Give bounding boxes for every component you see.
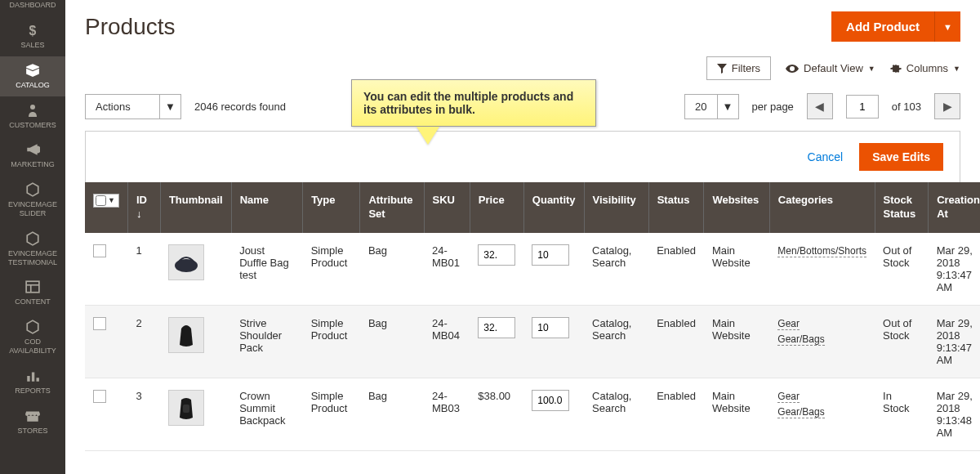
- nav-item-catalog[interactable]: CATALOG: [0, 56, 65, 96]
- category-link[interactable]: Gear: [777, 391, 800, 403]
- page-size-value: 20: [685, 95, 716, 118]
- col-header[interactable]: ID ↓: [127, 182, 160, 233]
- nav-item-label: DASHBOARD: [9, 1, 56, 10]
- cell-categories: GearGear/Bags: [769, 305, 875, 378]
- nav-item-evincemage-testimonial[interactable]: EVINCEMAGE TESTIMONIAL: [0, 225, 65, 274]
- col-header[interactable]: Categories: [769, 182, 875, 233]
- select-all-checkbox[interactable]: ▼: [93, 194, 119, 208]
- cell-created: Mar 29, 2018 9:13:47 AM: [929, 305, 980, 378]
- caret-down-icon: ▼: [717, 95, 738, 118]
- cell-stock: Out of Stock: [875, 233, 929, 306]
- per-page-label: per page: [752, 101, 794, 113]
- category-link[interactable]: Gear/Bags: [777, 406, 824, 418]
- col-header[interactable]: Status: [648, 182, 704, 233]
- cell-name: Strive Shoulder Pack: [231, 305, 303, 378]
- nav-item-sales[interactable]: $SALES: [0, 16, 65, 56]
- add-product-dropdown-toggle[interactable]: ▼: [934, 11, 960, 42]
- cell-created: Mar 29, 2018 9:13:48 AM: [929, 378, 980, 450]
- cell-sku: 24-MB04: [424, 305, 470, 378]
- nav-item-reports[interactable]: REPORTS: [0, 362, 65, 402]
- columns-label: Columns: [906, 62, 948, 74]
- qty-input[interactable]: [532, 244, 569, 266]
- current-page-input[interactable]: [846, 95, 879, 118]
- store-icon: [25, 409, 40, 425]
- next-page-button[interactable]: ▶: [934, 93, 960, 119]
- nav-item-label: CUSTOMERS: [9, 121, 56, 130]
- col-header[interactable]: Creation At: [929, 182, 980, 233]
- page-title: Products: [85, 14, 176, 40]
- page-size-select[interactable]: 20 ▼: [684, 94, 738, 119]
- hex-icon: [25, 231, 40, 248]
- qty-input[interactable]: [532, 390, 569, 411]
- cell-categories: GearGear/Bags: [769, 378, 875, 450]
- qty-input[interactable]: [532, 317, 569, 338]
- col-header[interactable]: Name: [231, 182, 303, 233]
- cell-price: $38.00: [470, 378, 523, 450]
- select-all-input[interactable]: [96, 195, 106, 206]
- category-link[interactable]: Men/Bottoms/Shorts: [777, 245, 866, 257]
- price-input[interactable]: [478, 244, 515, 266]
- help-tooltip-tail: [416, 127, 439, 145]
- bulk-actions-select[interactable]: Actions ▼: [85, 94, 181, 119]
- col-header[interactable]: ▼: [85, 182, 127, 233]
- cell-stock: Out of Stock: [875, 305, 929, 378]
- content: You can edit the multiple products and i…: [65, 50, 980, 474]
- bars-icon: [25, 369, 40, 385]
- save-edits-button[interactable]: Save Edits: [859, 143, 943, 171]
- cell-sku: 24-MB03: [424, 378, 470, 450]
- nav-item-customers[interactable]: CUSTOMERS: [0, 96, 65, 136]
- prev-page-button[interactable]: ◀: [807, 93, 833, 119]
- nav-item-stores[interactable]: STORES: [0, 402, 65, 442]
- price-input[interactable]: [478, 317, 515, 338]
- col-header[interactable]: Price: [470, 182, 523, 233]
- category-link[interactable]: Gear: [777, 318, 800, 330]
- col-header[interactable]: Attribute Set: [360, 182, 424, 233]
- cell-type: Simple Product: [303, 233, 360, 306]
- nav-item-label: MARKETING: [11, 160, 55, 169]
- nav-item-content[interactable]: CONTENT: [0, 273, 65, 313]
- nav-item-dashboard[interactable]: DASHBOARD: [0, 0, 65, 16]
- help-tooltip-text: You can edit the multiple products and i…: [351, 79, 596, 127]
- thumbnail: [168, 390, 204, 426]
- eye-icon: [786, 65, 799, 73]
- col-header[interactable]: Thumbnail: [160, 182, 231, 233]
- horn-icon: [25, 142, 40, 159]
- bulk-actions-label: Actions: [86, 95, 159, 118]
- columns-button[interactable]: Columns ▼: [890, 62, 960, 74]
- hex-icon: [25, 182, 40, 199]
- col-header[interactable]: Type: [303, 182, 360, 233]
- col-header[interactable]: Quantity: [523, 182, 584, 233]
- nav-item-label: EVINCEMAGE TESTIMONIAL: [2, 249, 64, 267]
- caret-down-icon: ▼: [868, 65, 875, 73]
- nav-item-label: EVINCEMAGE SLIDER: [2, 200, 64, 218]
- row-checkbox[interactable]: [93, 390, 106, 403]
- row-checkbox[interactable]: [93, 317, 106, 330]
- col-header[interactable]: SKU: [424, 182, 470, 233]
- category-link[interactable]: Gear/Bags: [777, 333, 824, 346]
- add-product-button[interactable]: Add Product: [831, 11, 934, 42]
- row-checkbox[interactable]: [93, 244, 106, 257]
- add-product-split-button: Add Product ▼: [831, 11, 960, 42]
- cancel-link[interactable]: Cancel: [808, 150, 844, 163]
- svg-rect-6: [32, 372, 34, 381]
- nav-item-label: COD AVAILABILITY: [2, 338, 64, 356]
- cell-websites: Main Website: [704, 305, 769, 378]
- caret-down-icon: ▼: [159, 95, 180, 118]
- col-header[interactable]: Stock Status: [875, 182, 929, 233]
- svg-rect-7: [37, 378, 39, 382]
- nav-item-cod-availability[interactable]: COD AVAILABILITY: [0, 313, 65, 362]
- box-icon: [25, 63, 40, 79]
- cell-attrset: Bag: [360, 233, 424, 306]
- nav-item-marketing[interactable]: MARKETING: [0, 136, 65, 176]
- hex-icon: [25, 320, 40, 336]
- nav-item-evincemage-slider[interactable]: EVINCEMAGE SLIDER: [0, 176, 65, 225]
- default-view-button[interactable]: Default View ▼: [786, 62, 875, 74]
- dollar-icon: $: [25, 23, 40, 39]
- thumbnail: [168, 317, 204, 353]
- filters-button[interactable]: Filters: [706, 56, 771, 80]
- table-row: 1Joust Duffle Bag testSimple ProductBag2…: [85, 233, 980, 306]
- gear-icon: [890, 63, 902, 74]
- admin-sidebar: DASHBOARD$SALESCATALOGCUSTOMERSMARKETING…: [0, 0, 65, 474]
- col-header[interactable]: Websites: [704, 182, 769, 233]
- col-header[interactable]: Visibility: [584, 182, 648, 233]
